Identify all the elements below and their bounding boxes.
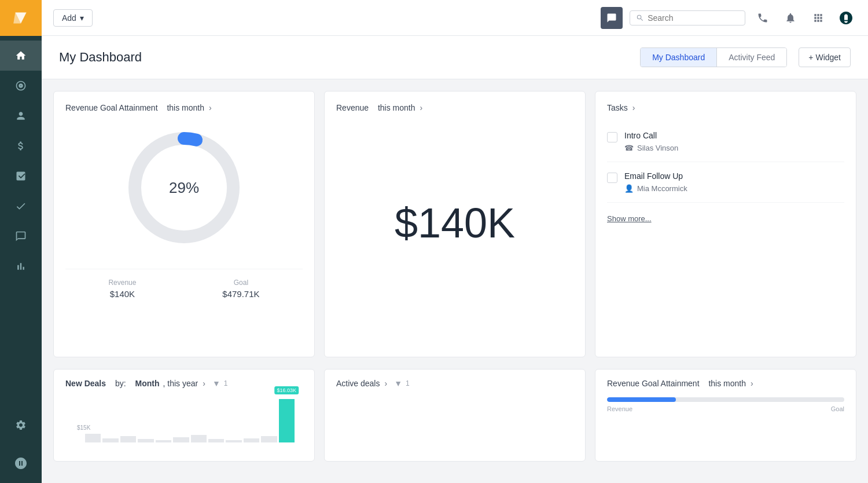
revenue-goal-bottom-card: Revenue Goal Attainment this month › Rev… [595, 369, 856, 462]
bell-icon[interactable] [780, 8, 801, 28]
donut-chart: 29% [120, 124, 248, 251]
stat-revenue: Revenue $140K [108, 279, 136, 299]
tab-my-dashboard[interactable]: My Dashboard [641, 48, 717, 67]
active-deals-header: Active deals › ▼ 1 [336, 379, 573, 388]
active-deals-filter-icon: ▼ [394, 379, 402, 388]
search-bar[interactable] [630, 10, 745, 25]
tasks-chevron[interactable]: › [632, 103, 635, 112]
sidebar-item-zendesk[interactable] [0, 448, 42, 478]
new-deals-chevron[interactable]: › [203, 379, 205, 388]
revenue-goal-bottom-progress [607, 397, 676, 402]
sidebar-item-target[interactable] [0, 71, 42, 101]
main-area: Add ▾ My Dashboard My Dashboard [42, 0, 868, 483]
task-assignee-name-1: Mia Mccormick [637, 184, 687, 193]
stat-goal-label: Goal [222, 279, 259, 287]
add-widget-button[interactable]: + Widget [799, 47, 851, 67]
sidebar-item-home[interactable] [0, 41, 42, 71]
revenue-goal-bottom-labels: Revenue Goal [607, 405, 844, 412]
task-checkbox-1[interactable] [607, 173, 617, 183]
revenue-header: Revenue this month › [336, 103, 573, 112]
new-deals-suffix: , this year [163, 379, 198, 388]
bar-apr [138, 439, 153, 442]
stat-revenue-value: $140K [108, 289, 136, 299]
revenue-goal-card: Revenue Goal Attainment this month › [53, 91, 315, 357]
new-deals-header: New Deals by: Month , this year › ▼ 1 [65, 379, 303, 388]
search-input[interactable] [648, 13, 739, 23]
zendesk-icon[interactable] [836, 8, 856, 28]
task-assignee-name-0: Silas Vinson [637, 144, 678, 152]
tasks-title: Tasks [607, 103, 628, 112]
bar-dec: $16.03K [279, 399, 295, 442]
sidebar-item-tasks[interactable] [0, 191, 42, 221]
new-deals-card: New Deals by: Month , this year › ▼ 1 $1… [53, 369, 315, 462]
active-deals-title: Active deals [336, 379, 380, 388]
add-button[interactable]: Add ▾ [53, 9, 93, 27]
bar-jul [191, 435, 207, 443]
phone-icon[interactable] [752, 8, 773, 28]
task-item-1: Email Follow Up 👤 Mia Mccormick [607, 162, 844, 203]
revenue-goal-chevron[interactable]: › [209, 103, 212, 112]
chevron-down-icon: ▾ [80, 13, 84, 23]
chat-button[interactable] [601, 7, 623, 29]
bar-may [156, 440, 171, 442]
sidebar-item-messages[interactable] [0, 221, 42, 251]
revenue-goal-bottom-title: Revenue Goal Attainment [607, 379, 700, 388]
revenue-goal-title: Revenue Goal Attainment [65, 103, 158, 112]
revenue-amount: $140K [336, 122, 573, 324]
task-item-0: Intro Call ☎ Silas Vinson [607, 122, 844, 162]
active-deals-filter-count: 1 [406, 379, 410, 387]
revenue-goal-subtitle: this month [167, 103, 204, 112]
active-deals-card: Active deals › ▼ 1 [324, 369, 586, 462]
task-assignee-1: 👤 Mia Mccormick [624, 184, 687, 193]
revenue-card: Revenue this month › $140K [324, 91, 586, 357]
new-deals-by: by: [115, 379, 126, 388]
revenue-goal-bottom-header: Revenue Goal Attainment this month › [607, 379, 844, 388]
new-deals-title-prefix: New Deals [65, 379, 106, 388]
task-title-0: Intro Call [624, 131, 678, 140]
new-deals-chart: $15K [65, 390, 303, 448]
sidebar-item-analytics[interactable] [0, 161, 42, 191]
goal-bottom-label: Goal [831, 405, 844, 412]
revenue-subtitle: this month [378, 103, 415, 112]
bar-oct [244, 438, 259, 443]
dashboard-grid-bottom: New Deals by: Month , this year › ▼ 1 $1… [42, 369, 868, 473]
donut-percentage: 29% [169, 179, 199, 197]
revenue-title: Revenue [336, 103, 369, 112]
bar-jan [85, 434, 101, 442]
bar-aug [208, 439, 224, 442]
sidebar-item-contacts[interactable] [0, 101, 42, 131]
active-deals-chevron[interactable]: › [384, 379, 387, 388]
sidebar-nav [0, 36, 42, 448]
revenue-chevron[interactable]: › [420, 103, 423, 112]
phone-task-icon: ☎ [624, 144, 634, 152]
search-icon [636, 13, 644, 23]
task-checkbox-0[interactable] [607, 132, 617, 142]
bars-container: $16.03K [85, 399, 295, 442]
stat-goal-value: $479.71K [222, 289, 259, 299]
revenue-goal-bottom-chevron[interactable]: › [751, 379, 753, 388]
grid-icon[interactable] [808, 8, 829, 28]
task-title-1: Email Follow Up [624, 171, 687, 181]
tab-activity-feed[interactable]: Activity Feed [717, 48, 786, 67]
show-more-button[interactable]: Show more... [607, 214, 844, 223]
sidebar-logo[interactable] [0, 0, 42, 36]
sidebar-item-settings[interactable] [0, 414, 42, 444]
add-label: Add [62, 13, 76, 23]
stat-goal: Goal $479.71K [222, 279, 259, 299]
dashboard-header: My Dashboard My Dashboard Activity Feed … [42, 36, 868, 79]
tasks-list: Intro Call ☎ Silas Vinson Email Follow U… [607, 122, 844, 203]
person-task-icon: 👤 [624, 184, 634, 193]
bar-feb [102, 438, 118, 443]
bar-value-tooltip: $16.03K [275, 386, 299, 394]
bar-jun [173, 437, 189, 442]
tasks-card: Tasks › Intro Call ☎ Silas Vinson [595, 91, 856, 357]
filter-icon: ▼ [212, 379, 220, 388]
sidebar-item-reports[interactable] [0, 251, 42, 281]
revenue-goal-header: Revenue Goal Attainment this month › [65, 103, 303, 112]
revenue-bottom-label: Revenue [607, 405, 632, 412]
tab-group: My Dashboard Activity Feed [640, 47, 787, 67]
dashboard-grid-top: Revenue Goal Attainment this month › [42, 79, 868, 369]
revenue-goal-bottom-subtitle: this month [708, 379, 746, 388]
sidebar-item-deals[interactable] [0, 131, 42, 161]
revenue-goal-bottom-bar [607, 397, 844, 402]
